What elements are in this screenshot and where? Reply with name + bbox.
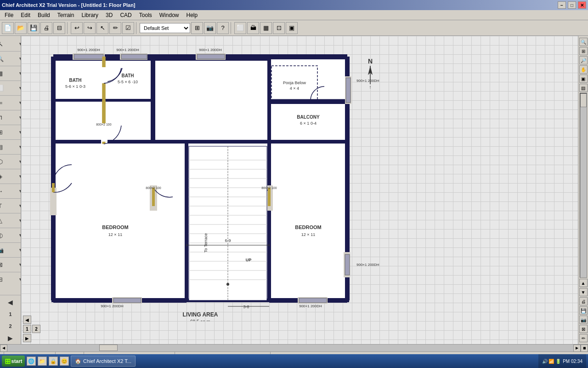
save-btn[interactable]: 💾 xyxy=(28,22,40,34)
room-tool[interactable]: ⬜ xyxy=(0,82,10,94)
cabinet-tool[interactable]: ▤ xyxy=(0,141,10,153)
stair-tool[interactable]: ═ xyxy=(0,97,10,109)
page-1-btn[interactable]: 1 xyxy=(23,325,31,333)
door-sub[interactable]: ▼ xyxy=(11,111,21,123)
new-btn[interactable]: 📄 xyxy=(2,22,14,34)
floor-num-2[interactable]: 2 xyxy=(0,320,21,332)
fill-sub[interactable]: ▼ xyxy=(11,229,21,241)
menu-3d[interactable]: 3D xyxy=(102,11,116,19)
plan-btn[interactable]: ⊡ xyxy=(273,22,285,34)
zoom-fit-btn[interactable]: ⊞ xyxy=(579,47,588,55)
check-btn[interactable]: ☑ xyxy=(122,22,134,34)
nav-back[interactable]: ◀ xyxy=(0,296,21,308)
view-dropdown[interactable]: Default Set xyxy=(140,23,190,33)
redo-btn[interactable]: ↪ xyxy=(84,22,96,34)
elev-btn-r[interactable]: ▤ xyxy=(579,84,588,92)
text-tool[interactable]: T xyxy=(0,200,10,212)
menu-window[interactable]: Window xyxy=(156,11,183,19)
hscroll-right-btn[interactable]: ▶ xyxy=(573,345,581,352)
nav-right-btn[interactable]: ▶ xyxy=(23,334,31,342)
window-tool[interactable]: ⊞ xyxy=(0,126,10,138)
zoom-sub[interactable]: ▼ xyxy=(11,52,21,64)
camera-sub[interactable]: ▼ xyxy=(11,244,21,256)
hscroll-thumb[interactable] xyxy=(99,345,118,351)
cabinet-sub[interactable]: ▼ xyxy=(11,141,21,153)
floor-num-1[interactable]: 1 xyxy=(0,308,21,320)
terrain-sub[interactable]: ▼ xyxy=(11,214,21,226)
fixture-tool[interactable]: ⬡ xyxy=(0,155,10,167)
object-sub[interactable]: ▼ xyxy=(11,259,21,270)
detail-btn[interactable]: ▣ xyxy=(286,22,298,34)
minimize-btn[interactable]: − xyxy=(558,1,566,9)
open-btn[interactable]: 📂 xyxy=(15,22,27,34)
help-btn[interactable]: ? xyxy=(217,22,229,34)
pan-btn[interactable]: ✋ xyxy=(579,65,588,74)
taskbar-icon3[interactable]: 🔒 xyxy=(49,356,58,366)
vscrolltrack[interactable] xyxy=(580,93,587,278)
menu-help[interactable]: Help xyxy=(182,11,201,19)
save-r-btn[interactable]: 💾 xyxy=(579,306,588,315)
fill-tool[interactable]: ◐ xyxy=(0,229,10,241)
door-tool[interactable]: ⊓ xyxy=(0,111,10,123)
taskbar-icon2[interactable]: 📁 xyxy=(38,356,47,366)
print-btn[interactable]: 🖨 xyxy=(40,22,52,34)
zoom-in-btn[interactable]: 🔍 xyxy=(579,38,588,46)
dim-sub[interactable]: ▼ xyxy=(11,185,21,197)
terrain-tool[interactable]: △ xyxy=(0,214,10,226)
hscroll-left-btn[interactable]: ◀ xyxy=(0,345,7,352)
misc-sub[interactable]: ▼ xyxy=(11,273,21,285)
taskbar-icon1[interactable]: 🌐 xyxy=(27,356,36,366)
text-sub[interactable]: ▼ xyxy=(11,200,21,212)
vscrollthumb[interactable] xyxy=(580,93,587,107)
wall-tool[interactable]: ▦ xyxy=(0,67,10,79)
select-btn[interactable]: ↖ xyxy=(96,22,108,34)
elec-tool[interactable]: ◈ xyxy=(0,170,10,182)
menu-file[interactable]: File xyxy=(1,11,17,19)
canvas[interactable]: BATH 5-6 × 1 0-3 BATH 5-5 × 6 -10 Pooja … xyxy=(21,36,578,344)
fixture-sub[interactable]: ▼ xyxy=(11,155,21,167)
menu-tools[interactable]: Tools xyxy=(136,11,156,19)
menu-build[interactable]: Build xyxy=(34,11,54,19)
scene-btn[interactable]: 🏔 xyxy=(247,22,259,34)
zoom-out-btn[interactable]: 🔎 xyxy=(579,56,588,64)
select-tool[interactable]: ↖ xyxy=(0,38,10,50)
nav-fwd[interactable]: ▶ xyxy=(0,332,21,344)
start-button[interactable]: ⊞ start xyxy=(2,356,25,367)
maximize-btn[interactable]: □ xyxy=(568,1,576,9)
scroll-up-btn[interactable]: ▲ xyxy=(579,279,588,287)
cam-btn[interactable]: 📷 xyxy=(204,22,216,34)
object-tool[interactable]: ⊠ xyxy=(0,259,10,270)
menu-edit[interactable]: Edit xyxy=(17,11,34,19)
room-sub[interactable]: ▼ xyxy=(11,82,21,94)
menu-cad[interactable]: CAD xyxy=(116,11,135,19)
wall-sub[interactable]: ▼ xyxy=(11,67,21,79)
floor-btn[interactable]: ⬜ xyxy=(234,22,246,34)
elev-btn[interactable]: ▦ xyxy=(260,22,272,34)
undo-btn[interactable]: ↩ xyxy=(71,22,83,34)
page-2-btn[interactable]: 2 xyxy=(32,325,40,333)
misc-r-btn[interactable]: ✏ xyxy=(579,334,588,342)
view-btn[interactable]: ⊞ xyxy=(191,22,203,34)
obj-r-btn[interactable]: ⊠ xyxy=(579,325,588,333)
camera-tool[interactable]: 📷 xyxy=(0,244,10,256)
taskbar-app[interactable]: 🏠 Chief Architect X2 T... xyxy=(71,356,136,367)
print-r-btn[interactable]: 🖨 xyxy=(579,297,588,305)
window-sub[interactable]: ▼ xyxy=(11,126,21,138)
print2-btn[interactable]: ⊟ xyxy=(53,22,65,34)
hscrollbar[interactable]: ◀ ▶ ◼ xyxy=(0,344,588,351)
dim-tool[interactable]: ↔ xyxy=(0,185,10,197)
taskbar-icon4[interactable]: 😊 xyxy=(60,356,69,366)
elec-sub[interactable]: ▼ xyxy=(11,170,21,182)
hscroll-track[interactable] xyxy=(7,345,573,351)
zoom-tool[interactable]: 🔍 xyxy=(0,52,10,64)
nav-left-btn[interactable]: ◀ xyxy=(23,316,31,324)
view3d-btn[interactable]: ▣ xyxy=(579,75,588,83)
menu-library[interactable]: Library xyxy=(78,11,102,19)
stair-sub[interactable]: ▼ xyxy=(11,97,21,109)
cam-r-btn[interactable]: 📷 xyxy=(579,316,588,324)
scroll-dn-btn[interactable]: ▼ xyxy=(579,288,588,296)
close-btn[interactable]: ✕ xyxy=(578,1,586,9)
select-sub[interactable]: ▼ xyxy=(11,38,21,50)
edit-btn[interactable]: ✏ xyxy=(109,22,121,34)
misc-tool[interactable]: ⊟ xyxy=(0,273,10,285)
